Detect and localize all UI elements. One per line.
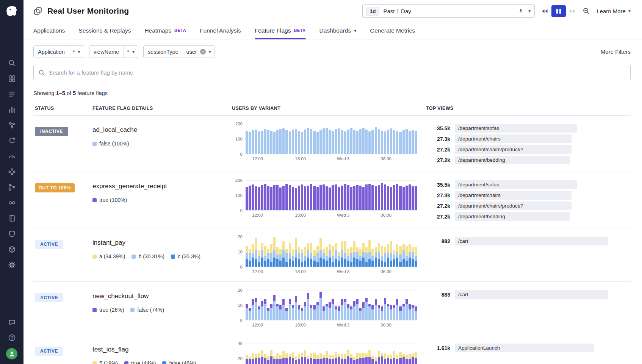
chart-bar	[304, 237, 306, 267]
top-view-row[interactable]: 27.2k/department/bedding	[432, 156, 629, 164]
feature-flag-name[interactable]: express_generate_receipt	[92, 183, 232, 190]
synthetics-icon[interactable]	[7, 136, 16, 145]
feature-flag-name[interactable]: new_checkout_flow	[92, 292, 232, 300]
security-icon[interactable]	[7, 229, 16, 238]
chart-bar	[285, 124, 288, 154]
users-by-variant-chart[interactable]: 010020012:0018:00Wed 306:00	[232, 124, 417, 163]
tab-generate-metrics[interactable]: Generate Metrics	[370, 22, 415, 39]
notebooks-icon[interactable]	[7, 214, 16, 223]
chart-bar	[415, 237, 417, 267]
top-view-row[interactable]: 27.2k/department/chairs/product/?	[432, 145, 629, 154]
y-axis-tick-label: 20	[238, 234, 243, 239]
variant-color-swatch	[171, 255, 175, 259]
top-view-bar: /department/chairs/product/?	[455, 145, 572, 154]
top-view-row[interactable]: 883/cart	[432, 290, 629, 299]
variant-legend-item: true (44%)	[124, 360, 156, 364]
chart-bar	[313, 237, 315, 267]
integrations-icon[interactable]	[7, 167, 16, 176]
top-view-row[interactable]: 27.2k/department/bedding	[432, 212, 629, 221]
chart-bar	[393, 124, 395, 154]
top-view-row[interactable]: 882/cart	[432, 237, 629, 245]
top-view-row[interactable]: 27.3k/department/chairs	[432, 134, 629, 143]
users-by-variant-chart[interactable]: 0204012:0018:00Wed 306:00	[232, 344, 417, 364]
pause-button[interactable]	[551, 5, 566, 17]
chart-bar	[387, 180, 389, 210]
tab-funnel-analysis[interactable]: Funnel Analysis	[200, 22, 241, 39]
apm-icon[interactable]	[7, 120, 16, 130]
skip-forward-icon[interactable]	[569, 9, 576, 14]
settings-icon[interactable]	[7, 260, 16, 269]
chart-bar	[313, 344, 315, 364]
top-view-path: /cart	[458, 238, 468, 244]
tab-applications[interactable]: Applications	[33, 22, 65, 39]
top-view-row[interactable]: 1.61kApplicationLaunch	[432, 344, 629, 352]
learn-more-button[interactable]: Learn More ▾	[597, 8, 631, 14]
chart-bar	[390, 124, 392, 154]
chart-bar	[399, 290, 401, 320]
table-row: ACTIVEinstant_paya (34.39%)b (30.31%)c (…	[33, 228, 631, 282]
infrastructure-icon[interactable]	[7, 74, 16, 83]
top-view-count: 27.3k	[432, 136, 450, 142]
chart-bar	[298, 290, 300, 320]
tab-sessions-replays[interactable]: Sessions & Replays	[79, 22, 131, 39]
time-range-picker[interactable]: 1d Past 1 Day ▾	[362, 4, 535, 18]
filter-application[interactable]: Application * ▾	[33, 45, 84, 58]
feature-flag-name[interactable]: test_ios_flag	[92, 346, 232, 353]
tab-feature-flags[interactable]: Feature FlagsBETA	[255, 22, 306, 39]
variant-color-swatch	[92, 308, 97, 312]
top-view-track: ApplicationLaunch	[455, 344, 629, 352]
more-filters-button[interactable]: More Filters	[601, 48, 631, 55]
metrics-icon[interactable]	[7, 105, 16, 114]
tab-heatmaps[interactable]: HeatmapsBETA	[144, 22, 186, 39]
users-by-variant-chart[interactable]: 010020012:0018:00Wed 306:00	[232, 180, 417, 220]
feature-flag-name[interactable]: instant_pay	[92, 239, 232, 247]
search-input[interactable]	[49, 69, 626, 76]
y-axis-tick-label: 100	[235, 137, 243, 141]
clear-filter-icon[interactable]: ×	[200, 49, 206, 55]
chevron-down-icon[interactable]: ▾	[528, 9, 531, 13]
chart-bar	[384, 290, 386, 320]
chat-icon[interactable]	[7, 318, 16, 327]
logs-icon[interactable]	[7, 89, 16, 98]
filter-sessiontype[interactable]: sessionType user × ▾	[143, 45, 215, 58]
dashboards-icon[interactable]	[7, 152, 16, 161]
chart-bar	[295, 237, 297, 267]
tab-dashboards[interactable]: Dashboards▾	[319, 22, 357, 39]
packages-icon[interactable]	[7, 245, 16, 254]
zoom-out-icon[interactable]	[582, 7, 590, 15]
variant-label: true (26%)	[99, 307, 124, 313]
search-icon[interactable]	[7, 58, 16, 67]
users-by-variant-chart[interactable]: 0102012:0018:00Wed 306:00	[232, 237, 417, 276]
chart-bar	[276, 344, 279, 364]
chart-bar	[393, 290, 395, 320]
service-map-icon[interactable]	[7, 198, 16, 207]
skip-back-icon[interactable]	[541, 9, 548, 14]
chart-bar	[304, 124, 306, 154]
datadog-logo[interactable]	[4, 4, 19, 19]
chevron-down-icon[interactable]: ▾	[209, 50, 211, 54]
time-range-badge[interactable]: 1d	[366, 7, 379, 16]
chart-bar	[378, 344, 380, 364]
help-icon[interactable]	[7, 333, 16, 342]
feature-flag-name[interactable]: ad_local_cache	[92, 126, 232, 134]
top-view-path: /department/sofas	[458, 182, 499, 187]
ci-pipelines-icon[interactable]	[7, 183, 16, 192]
chart-bar	[323, 180, 325, 210]
top-view-row[interactable]: 27.3k/department/chairs	[432, 191, 629, 200]
title-wrap: Real User Monitoring	[33, 6, 129, 16]
chart-bar	[402, 290, 405, 320]
top-view-row[interactable]: 35.5k/department/sofas	[432, 124, 629, 133]
pin-icon[interactable]	[518, 8, 524, 14]
top-view-row[interactable]: 27.2k/department/chairs/product/?	[432, 202, 629, 210]
chart-bar	[332, 237, 334, 267]
filter-viewname[interactable]: viewName * ▾	[89, 45, 138, 58]
chevron-down-icon[interactable]: ▾	[132, 50, 135, 54]
user-avatar[interactable]	[6, 348, 17, 359]
chevron-down-icon[interactable]: ▾	[78, 50, 80, 54]
top-view-row[interactable]: 35.5k/department/sofas	[432, 180, 629, 189]
users-by-variant-chart[interactable]: 0102012:0018:00Wed 306:00	[232, 290, 417, 330]
variant-legend-item: 5 (19%)	[92, 360, 118, 364]
variant-legend: 5 (19%)true (44%)false (46%)	[92, 360, 232, 364]
chart-plot-area	[246, 290, 417, 320]
chart-bar	[246, 290, 248, 320]
